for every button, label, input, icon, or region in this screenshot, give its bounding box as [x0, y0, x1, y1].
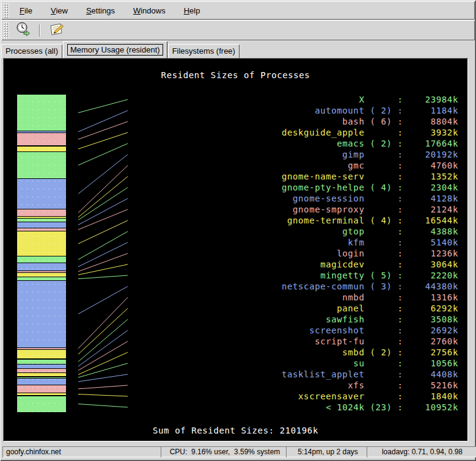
process-row: panel : 6292k: [282, 303, 458, 314]
bar-segment-separator: [17, 272, 66, 273]
bar-segment-separator: [17, 132, 66, 133]
bar-segment-stipple: [17, 272, 66, 277]
menu-file[interactable]: File: [13, 5, 39, 16]
process-row: netscape-commun ( 3) : 44380k: [282, 281, 458, 292]
bar-segment-separator: [17, 131, 66, 131]
bar-segment-separator: [17, 263, 66, 263]
tab-label: Memory Usage (resident): [67, 44, 163, 56]
connector-line-panel: [78, 308, 128, 354]
connector-line-netscape-commun: [78, 286, 128, 314]
bar-segment-separator: [17, 216, 66, 217]
connector-line-xscreensaver: [78, 394, 128, 396]
connector-line-automount: [78, 111, 128, 132]
bar-segment-stipple: [17, 231, 66, 256]
bar-segment-stipple: [17, 372, 66, 377]
menu-help[interactable]: Help: [177, 5, 207, 16]
process-row: gnome-name-serv : 1352k: [282, 171, 458, 182]
bar-segment-separator: [17, 151, 66, 152]
connector-line-gimp: [78, 154, 128, 194]
connector-line-gtop: [78, 231, 128, 260]
process-row: mingetty ( 5) : 2220k: [282, 270, 458, 281]
process-row: sawfish : 3508k: [282, 314, 458, 325]
process-row: login : 1236k: [282, 248, 458, 259]
connector-line-gnome-session: [78, 198, 128, 225]
connector-line-mingetty: [78, 275, 128, 279]
tab-label: Filesystems (free): [172, 46, 235, 56]
edit-note-button[interactable]: [46, 22, 67, 39]
process-row: xfs : 5216k: [282, 380, 458, 391]
status-loadavg: loadavg: 0.71, 0.94, 0.98: [367, 446, 476, 457]
process-row: gnome-smproxy : 2124k: [282, 204, 458, 215]
process-row: kfm : 5140k: [282, 237, 458, 248]
process-row: automount ( 2) : 1184k: [282, 105, 458, 116]
connector-line-bash: [78, 122, 128, 139]
bar-segment-stipple: [17, 146, 66, 152]
bar-segment-separator: [17, 145, 66, 146]
menu-bar: FileViewSettingsWindowsHelp: [1, 1, 475, 20]
bar-segment-stipple: [17, 280, 66, 347]
bar-segment-stipple: [17, 277, 66, 281]
menu-view[interactable]: View: [44, 5, 75, 16]
process-row: emacs ( 2) : 17664k: [282, 138, 458, 149]
menu-settings[interactable]: Settings: [79, 5, 122, 16]
bar-segment-separator: [17, 385, 66, 385]
bar-segment-stipple: [17, 152, 66, 179]
bar-segment-stipple: [17, 365, 66, 369]
connector-line-gnome-terminal: [78, 220, 128, 244]
process-row: X : 23984k: [282, 94, 458, 105]
run-clock-icon: [15, 21, 32, 40]
tab-filesystems-free[interactable]: Filesystems (free): [168, 44, 240, 58]
process-row: < 1024k (23) : 10952k: [282, 402, 458, 413]
bar-segment-separator: [17, 395, 66, 396]
bar-segment-separator: [17, 209, 66, 209]
bar-segment-separator: [17, 280, 66, 281]
connector-line-gnome-pty-helpe: [78, 187, 128, 220]
bar-segment-stipple: [17, 228, 66, 231]
connector-line-screenshot: [78, 330, 128, 366]
bar-segment-stipple: [17, 368, 66, 372]
bar-segment-stipple: [17, 256, 66, 263]
connector-line-gmc: [78, 165, 128, 212]
process-row: gimp : 20192k: [282, 149, 458, 160]
run-clock-button[interactable]: [13, 22, 34, 39]
bar-segment-separator: [17, 376, 66, 377]
process-row: gnome-pty-helpe ( 4) : 2304k: [282, 182, 458, 193]
tab-label: Processes (all): [5, 46, 58, 56]
tab-processes-all[interactable]: Processes (all): [1, 44, 62, 58]
bar-segment-stipple: [17, 132, 66, 146]
bar-segment-separator: [17, 218, 66, 219]
process-row: deskguide_apple : 3932k: [282, 127, 458, 138]
menu-windows[interactable]: Windows: [126, 5, 172, 16]
connector-line-xfs: [78, 385, 128, 389]
bar-segment-separator: [17, 256, 66, 256]
bar-segment-stipple: [17, 379, 66, 385]
toolbar-separator: [39, 24, 40, 37]
bar-segment-separator: [17, 270, 66, 271]
process-row: magicdev : 3064k: [282, 259, 458, 270]
menu-items: FileViewSettingsWindowsHelp: [13, 5, 211, 16]
connector-lines: [78, 100, 128, 407]
chart-area: Resident Sizes of Processes X : 23984k a…: [3, 58, 468, 441]
bar-segment-separator: [17, 178, 66, 179]
bar-segment-separator: [17, 349, 66, 350]
chart-title: Resident Sizes of Processes: [3, 70, 468, 81]
process-row: script-fu : 2760k: [282, 336, 458, 347]
edit-note-icon: [48, 21, 65, 40]
status-cpu: CPU: 9.16% user, 3.59% system: [161, 446, 289, 457]
process-row: gtop : 4388k: [282, 226, 458, 237]
sum-label: Sum of Resident Sizes: 210196k: [3, 425, 468, 436]
toolbar: [1, 20, 475, 40]
bar-segment-stipple: [17, 359, 66, 365]
menubar-grip-handle[interactable]: [3, 3, 9, 18]
bar-segment-separator: [17, 364, 66, 365]
tab-memory-usage-resident[interactable]: Memory Usage (resident): [63, 41, 167, 58]
process-row: xscreensaver : 1840k: [282, 391, 458, 402]
bar-segment-stipple: [17, 396, 66, 412]
bar-segment-stipple: [17, 349, 66, 359]
connector-line-magicdev: [78, 264, 128, 275]
toolbar-grip-handle[interactable]: [3, 22, 9, 38]
bar-segment-separator: [17, 222, 66, 222]
process-row: smbd ( 2) : 2756k: [282, 347, 458, 358]
connector-line-kfm: [78, 242, 128, 267]
bar-segment-stipple: [17, 219, 66, 222]
